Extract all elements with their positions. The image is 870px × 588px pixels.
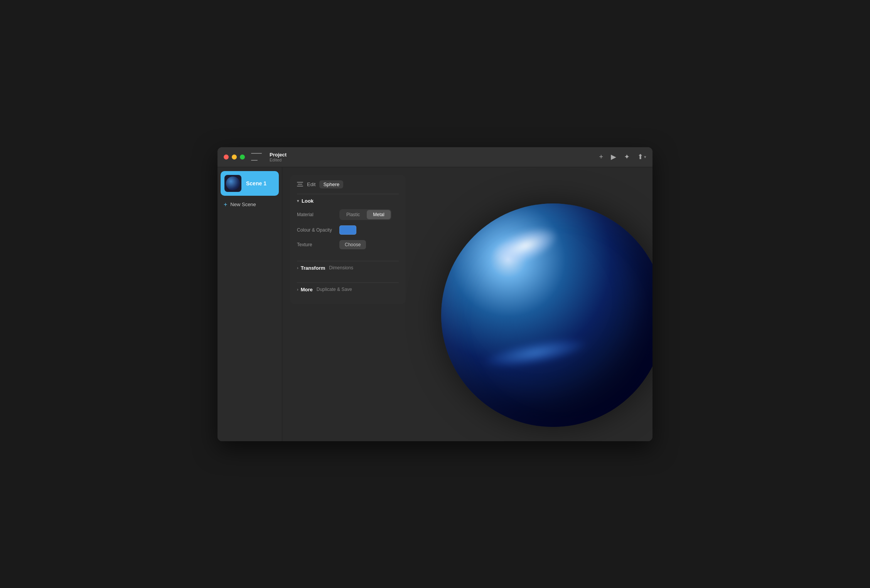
more-section: › More Duplicate & Save — [290, 283, 406, 304]
window-subtitle: Edited — [270, 158, 599, 162]
colour-control — [339, 225, 399, 235]
more-subtitle: Duplicate & Save — [317, 287, 352, 292]
edit-value: Sphere — [319, 180, 343, 188]
scene-item[interactable]: Scene 1 — [221, 171, 279, 196]
minimize-button[interactable] — [232, 155, 237, 160]
edit-panel: Edit Sphere ▾ Look Material — [290, 175, 406, 304]
chevron-down-icon: ▾ — [297, 198, 299, 203]
titlebar-actions: + ▶ ✦ ⬆ ▾ — [599, 153, 646, 161]
toggle-bar — [251, 160, 258, 161]
metal-button[interactable]: Metal — [367, 210, 390, 219]
add-button[interactable]: + — [599, 153, 603, 161]
choose-button[interactable]: Choose — [339, 240, 366, 249]
texture-control: Choose — [339, 240, 399, 249]
toggle-bar — [251, 153, 262, 154]
sphere-object[interactable] — [441, 203, 652, 427]
edit-icon — [297, 182, 303, 186]
scene-thumbnail — [224, 175, 241, 192]
traffic-lights — [224, 155, 245, 160]
transform-subtitle: Dimensions — [329, 265, 353, 270]
close-button[interactable] — [224, 155, 229, 160]
look-section-header[interactable]: ▾ Look — [297, 198, 399, 204]
play-button[interactable]: ▶ — [611, 153, 616, 161]
colour-label: Colour & Opacity — [297, 227, 339, 233]
texture-label: Texture — [297, 242, 339, 247]
color-swatch[interactable] — [339, 225, 356, 235]
chevron-right-icon: › — [297, 265, 298, 270]
thumbnail-sphere — [226, 176, 240, 190]
look-section-title: Look — [302, 198, 314, 204]
move-button[interactable]: ✦ — [624, 153, 630, 161]
panel-header: Edit Sphere — [290, 175, 406, 194]
share-button[interactable]: ⬆ ▾ — [637, 153, 646, 161]
plastic-button[interactable]: Plastic — [340, 210, 366, 219]
material-toggle: Plastic Metal — [339, 209, 391, 220]
sidebar: Scene 1 + New Scene — [218, 167, 282, 441]
plus-icon: + — [224, 201, 227, 208]
material-label: Material — [297, 212, 339, 217]
edit-label: Edit — [307, 181, 315, 187]
transform-section: › Transform Dimensions — [290, 261, 406, 282]
transform-section-header[interactable]: › Transform Dimensions — [297, 265, 399, 271]
window-title: Project — [270, 152, 599, 158]
more-section-header[interactable]: › More Duplicate & Save — [297, 287, 399, 292]
sphere-highlight — [487, 219, 563, 272]
sphere-highlight2 — [480, 332, 590, 374]
colour-row: Colour & Opacity — [297, 225, 399, 235]
titlebar: Project Edited + ▶ ✦ ⬆ ▾ — [218, 147, 652, 167]
main-content: Scene 1 + New Scene — [218, 167, 652, 441]
scene-name-label: Scene 1 — [246, 180, 266, 186]
new-scene-label: New Scene — [230, 202, 256, 207]
sidebar-toggle-button[interactable] — [251, 153, 262, 161]
title-section: Project Edited — [270, 152, 599, 162]
chevron-right-icon: › — [297, 287, 298, 292]
maximize-button[interactable] — [240, 155, 245, 160]
viewport: Edit Sphere ▾ Look Material — [282, 167, 652, 441]
more-section-title: More — [301, 287, 313, 292]
look-section: ▾ Look Material Plastic Metal — [290, 194, 406, 261]
material-row: Material Plastic Metal — [297, 209, 399, 220]
new-scene-button[interactable]: + New Scene — [221, 199, 279, 210]
texture-row: Texture Choose — [297, 240, 399, 249]
material-control: Plastic Metal — [339, 209, 399, 220]
app-window: Project Edited + ▶ ✦ ⬆ ▾ Scene 1 + Ne — [218, 147, 652, 441]
transform-section-title: Transform — [301, 265, 325, 271]
